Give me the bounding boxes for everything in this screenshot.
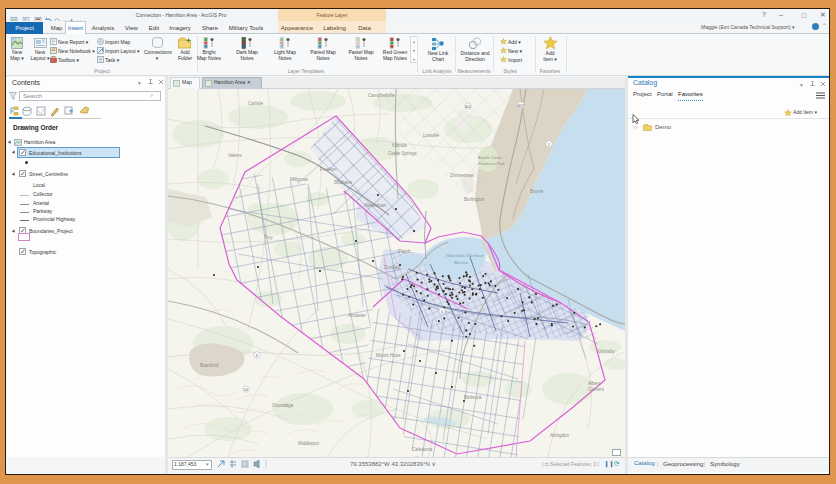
svg-text:54: 54 bbox=[244, 388, 248, 392]
svg-text:2: 2 bbox=[548, 143, 550, 147]
svg-text:Brantford: Brantford bbox=[200, 363, 219, 368]
svg-text:Cedar Springs: Cedar Springs bbox=[388, 151, 418, 156]
svg-text:8: 8 bbox=[256, 354, 258, 358]
svg-text:Provincial Park: Provincial Park bbox=[478, 161, 505, 166]
svg-text:Carlisle: Carlisle bbox=[248, 101, 264, 106]
svg-text:Middleport: Middleport bbox=[298, 441, 320, 446]
svg-text:Zimmerman: Zimmerman bbox=[450, 173, 474, 178]
svg-text:Millgrove: Millgrove bbox=[290, 177, 309, 182]
svg-text:Bronte Creek: Bronte Creek bbox=[478, 155, 502, 160]
svg-text:Mount Hope: Mount Hope bbox=[376, 353, 401, 358]
svg-text:Kilbride: Kilbride bbox=[392, 143, 408, 148]
svg-text:Dundas: Dundas bbox=[384, 265, 400, 270]
svg-text:Caledonia: Caledonia bbox=[412, 447, 433, 452]
svg-text:6: 6 bbox=[441, 310, 443, 314]
svg-text:Lowville: Lowville bbox=[423, 133, 440, 138]
svg-text:Grimsby: Grimsby bbox=[598, 349, 615, 354]
svg-text:401: 401 bbox=[465, 105, 471, 109]
svg-text:Ancaster: Ancaster bbox=[348, 313, 366, 318]
svg-text:Abingdon: Abingdon bbox=[550, 433, 570, 438]
svg-text:Burlington: Burlington bbox=[464, 197, 485, 202]
svg-text:Flamb...: Flamb... bbox=[398, 249, 414, 254]
svg-text:Hamilton Harbour: Hamilton Harbour bbox=[445, 253, 484, 258]
svg-text:Corners: Corners bbox=[588, 387, 605, 392]
svg-text:Marina: Marina bbox=[453, 260, 468, 265]
svg-text:Waterdown: Waterdown bbox=[364, 203, 387, 208]
svg-text:Troy: Troy bbox=[264, 235, 274, 240]
svg-text:Binbrook: Binbrook bbox=[464, 395, 483, 400]
svg-text:Campbellville: Campbellville bbox=[368, 93, 395, 98]
svg-text:Freelton: Freelton bbox=[320, 167, 337, 172]
svg-text:Strabane: Strabane bbox=[334, 180, 353, 185]
svg-text:Bronte: Bronte bbox=[530, 189, 544, 194]
svg-text:Albers: Albers bbox=[588, 381, 602, 386]
svg-text:407: 407 bbox=[518, 104, 524, 108]
svg-text:Valens: Valens bbox=[228, 153, 242, 158]
svg-text:Onondaga: Onondaga bbox=[272, 403, 294, 408]
